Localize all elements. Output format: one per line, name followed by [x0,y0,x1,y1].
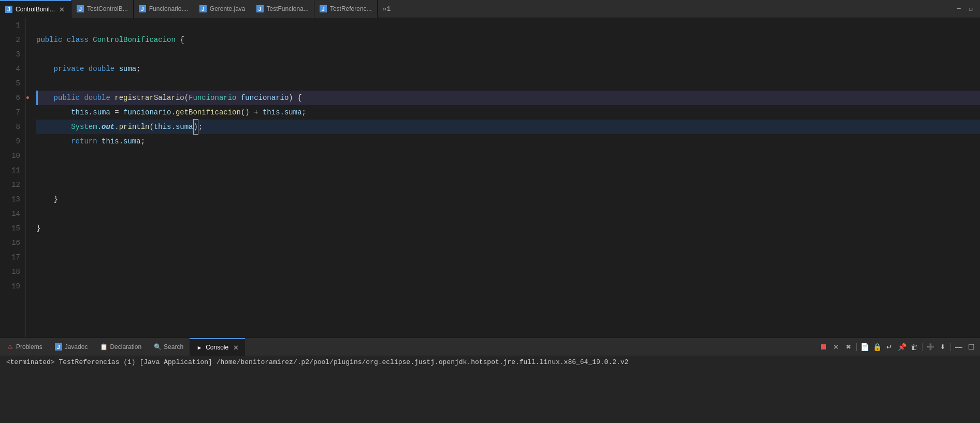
bottom-tab-bar: ⚠ Problems J Javadoc 📋 Declaration 🔍 Sea… [0,338,980,356]
new-console-icon: ➕ [927,343,934,351]
remove-launch-button[interactable]: ✕ [830,341,842,353]
line-num-10: 10 [5,149,20,163]
tab-bar: J ControlBonif... ✕ J TestControlB... J … [0,0,980,18]
tab-declaration-label: Declaration [110,343,141,351]
clear-icon: 🗑 [911,343,918,351]
display-console-button[interactable]: ⬇ [937,341,948,353]
tab-overflow-button[interactable]: »1 [378,5,396,13]
code-line-4: private double suma ; [36,62,980,76]
tab-close-button[interactable]: ✕ [58,5,66,14]
open-file-button[interactable]: 📄 [859,341,870,353]
pin-console-button[interactable]: 📌 [896,341,907,353]
maximize-panel-button[interactable]: ☐ [965,341,977,353]
line-num-16: 16 [5,236,20,250]
tab-gerente[interactable]: J Gerente.java [194,0,251,18]
java-file-icon: J [256,5,264,12]
param-funcionario: funcionario [241,91,289,105]
remove-launch-icon: ✕ [833,343,839,351]
line-num-1: 1 [5,18,20,33]
new-console-button[interactable]: ➕ [925,341,936,353]
minimize-panel-button[interactable]: — [953,341,964,353]
editor-area: 1 2 3 4 5 6 7 8 9 10 11 12 13 14 15 16 1… [0,18,980,338]
code-line-12 [36,178,980,192]
line-numbers: 1 2 3 4 5 6 7 8 9 10 11 12 13 14 15 16 1… [0,18,26,338]
scroll-lock-icon: 🔒 [873,343,882,351]
line-num-9: 9 [5,134,20,149]
tab-testfunciona[interactable]: J TestFunciona... [251,0,314,18]
code-line-5 [36,76,980,91]
code-line-11 [36,163,980,178]
class-system: System [71,120,97,134]
var-funcionario: funcionario [123,105,171,120]
field-out: out [102,120,114,134]
keyword-this: this [71,105,89,120]
line-num-14: 14 [5,207,20,221]
tab-funcionario[interactable]: J Funcionario.... [134,0,194,18]
clear-console-button[interactable]: 🗑 [909,341,920,353]
field-suma4: suma [123,134,141,149]
terminate-button[interactable] [818,341,829,353]
tab-javadoc-label: Javadoc [65,343,88,351]
tab-declaration[interactable]: 📋 Declaration [94,338,148,356]
code-line-1 [36,18,980,33]
method-println: println [119,120,150,134]
code-editor[interactable]: public class ControlBonificacion { priva… [26,18,980,338]
java-file-icon: J [320,5,327,12]
bottom-panel: ⚠ Problems J Javadoc 📋 Declaration 🔍 Sea… [0,338,980,423]
code-line-9: return this . suma ; [36,134,980,149]
tab-problems-label: Problems [16,343,42,351]
tab-label: ControlBonif... [16,6,55,13]
keyword-this2: this [263,105,280,120]
line-num-5: 5 [5,76,20,91]
tab-label: TestControlB... [87,5,128,12]
tab-controlbonif[interactable]: J ControlBonif... ✕ [0,0,71,18]
word-wrap-icon: ↵ [886,343,892,351]
window-controls: — ☐ [950,4,980,14]
tab-problems[interactable]: ⚠ Problems [0,338,49,356]
method-registrarSalario: registrarSalario [114,91,184,105]
console-text: <terminated> TestReferencias (1) [Java A… [6,358,628,366]
class-name: ControlBonificacion [93,33,176,47]
toolbar-separator-3 [950,343,951,351]
tab-search[interactable]: 🔍 Search [148,338,190,356]
line-num-6-breakpoint[interactable]: 6 [5,91,20,105]
minimize-button[interactable]: — [954,4,964,13]
word-wrap-button[interactable]: ↵ [884,341,895,353]
pin-icon: 📌 [898,343,906,351]
tab-search-label: Search [164,343,183,351]
console-action-buttons: ✕ ✖ 📄 🔒 ↵ 📌 🗑 [815,341,980,353]
tab-console[interactable]: ▶ Console ✕ [190,338,245,356]
tab-label: TestReferenc... [330,5,372,12]
keyword-double: double [89,62,114,76]
stop-icon [820,343,827,351]
java-file-icon: J [5,6,12,13]
disconnect-icon: ✖ [846,343,851,351]
javadoc-icon: J [55,343,62,351]
line-num-7: 7 [5,105,20,120]
line-num-12: 12 [5,178,20,192]
keyword-public: public [36,33,62,47]
java-file-icon: J [139,5,146,12]
code-line-8: System . out . println ( this . suma ) ; [36,120,980,134]
keyword-this4: this [102,134,119,149]
java-file-icon: J [199,5,207,12]
declaration-icon: 📋 [100,343,107,351]
maximize-button[interactable]: ☐ [966,4,976,14]
disconnect-button[interactable]: ✖ [843,341,854,353]
line-num-11: 11 [5,163,20,178]
line-num-18: 18 [5,265,20,279]
maximize-panel-icon: ☐ [968,343,975,351]
field-suma: suma [119,62,137,76]
console-tab-close-button[interactable]: ✕ [233,344,239,352]
code-line-2: public class ControlBonificacion { [36,33,980,47]
code-line-6: public double registrarSalario ( Funcion… [36,91,980,105]
tab-testcontrolb[interactable]: J TestControlB... [71,0,134,18]
open-file-icon: 📄 [860,343,869,351]
tab-javadoc[interactable]: J Javadoc [49,338,94,356]
line-num-2: 2 [5,33,20,47]
method-getBonificacion: getBonificacion [176,105,241,120]
code-line-18 [36,265,980,279]
scroll-lock-button[interactable]: 🔒 [871,341,883,353]
tab-testreferenc[interactable]: J TestReferenc... [314,0,378,18]
console-output: <terminated> TestReferencias (1) [Java A… [0,356,980,423]
